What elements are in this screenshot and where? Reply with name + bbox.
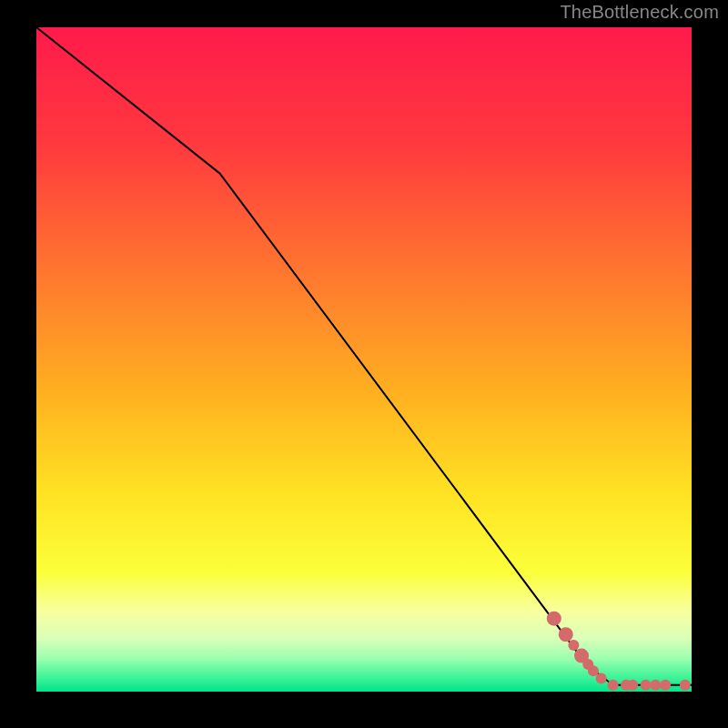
data-marker — [547, 612, 561, 626]
data-marker — [559, 627, 573, 642]
data-marker — [627, 680, 638, 691]
chart-frame: TheBottleneck.com — [0, 0, 728, 728]
data-marker — [660, 680, 671, 691]
plot-area — [36, 27, 692, 692]
plot-svg — [36, 27, 692, 692]
data-marker — [650, 680, 661, 691]
watermark-text: TheBottleneck.com — [560, 2, 719, 23]
plot-background — [36, 27, 692, 692]
data-marker — [641, 680, 652, 691]
data-marker — [608, 680, 619, 691]
data-marker — [680, 680, 691, 691]
data-marker — [568, 640, 579, 651]
data-marker — [596, 672, 607, 683]
